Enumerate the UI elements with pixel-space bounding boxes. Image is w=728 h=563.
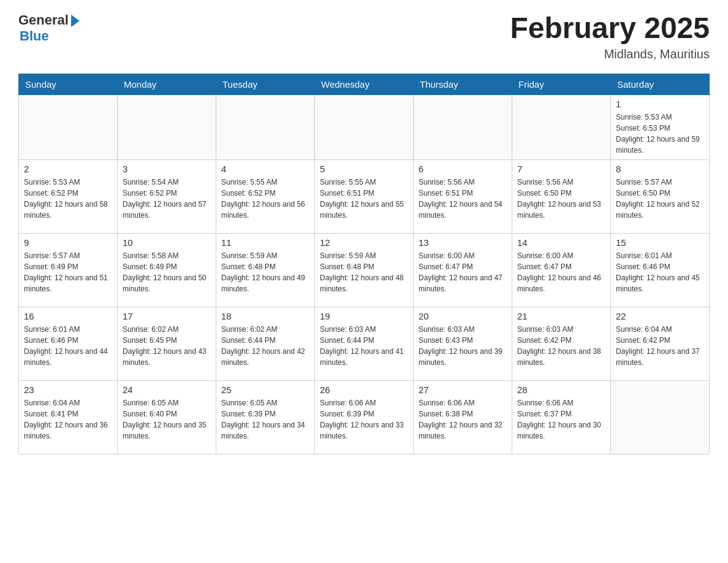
weekday-header-friday: Friday	[512, 74, 611, 94]
day-info: Sunrise: 6:02 AMSunset: 6:44 PMDaylight:…	[221, 324, 309, 368]
weekday-header-row: SundayMondayTuesdayWednesdayThursdayFrid…	[19, 74, 710, 94]
logo: General Blue	[18, 12, 80, 44]
logo-blue-text: Blue	[20, 28, 49, 44]
day-info: Sunrise: 5:56 AMSunset: 6:51 PMDaylight:…	[419, 177, 507, 221]
calendar-day-cell: 13Sunrise: 6:00 AMSunset: 6:47 PMDayligh…	[414, 233, 512, 307]
calendar-body: 1Sunrise: 5:53 AMSunset: 6:53 PMDaylight…	[19, 94, 710, 454]
day-info: Sunrise: 6:06 AMSunset: 6:38 PMDaylight:…	[419, 397, 507, 442]
day-number: 26	[320, 385, 408, 395]
day-number: 5	[320, 164, 408, 174]
calendar-week-row: 23Sunrise: 6:04 AMSunset: 6:41 PMDayligh…	[19, 380, 710, 454]
page-header: General Blue February 2025 Midlands, Mau…	[18, 12, 710, 61]
day-info: Sunrise: 6:00 AMSunset: 6:47 PMDaylight:…	[419, 250, 507, 294]
day-number: 24	[123, 385, 211, 395]
day-number: 11	[221, 237, 309, 248]
title-block: February 2025 Midlands, Mauritius	[510, 12, 710, 61]
calendar-day-cell: 10Sunrise: 5:58 AMSunset: 6:49 PMDayligh…	[118, 233, 216, 307]
day-info: Sunrise: 6:03 AMSunset: 6:44 PMDaylight:…	[320, 324, 408, 368]
day-info: Sunrise: 5:58 AMSunset: 6:49 PMDaylight:…	[123, 250, 211, 294]
calendar-day-cell: 19Sunrise: 6:03 AMSunset: 6:44 PMDayligh…	[315, 307, 414, 380]
day-info: Sunrise: 5:59 AMSunset: 6:48 PMDaylight:…	[320, 250, 408, 294]
day-info: Sunrise: 5:53 AMSunset: 6:52 PMDaylight:…	[24, 177, 112, 221]
day-number: 17	[123, 311, 211, 321]
day-info: Sunrise: 6:06 AMSunset: 6:37 PMDaylight:…	[517, 397, 605, 442]
calendar-day-cell: 26Sunrise: 6:06 AMSunset: 6:39 PMDayligh…	[315, 380, 414, 454]
calendar-day-cell: 14Sunrise: 6:00 AMSunset: 6:47 PMDayligh…	[512, 233, 611, 307]
day-number: 3	[123, 164, 211, 174]
calendar-day-cell: 9Sunrise: 5:57 AMSunset: 6:49 PMDaylight…	[19, 233, 118, 307]
day-number: 23	[24, 385, 112, 395]
calendar-day-cell	[414, 94, 512, 159]
calendar-day-cell: 17Sunrise: 6:02 AMSunset: 6:45 PMDayligh…	[118, 307, 216, 380]
calendar-day-cell: 20Sunrise: 6:03 AMSunset: 6:43 PMDayligh…	[414, 307, 512, 380]
day-info: Sunrise: 6:00 AMSunset: 6:47 PMDaylight:…	[517, 250, 605, 294]
calendar-subtitle: Midlands, Mauritius	[510, 47, 710, 61]
calendar-day-cell: 23Sunrise: 6:04 AMSunset: 6:41 PMDayligh…	[19, 380, 118, 454]
calendar-day-cell: 5Sunrise: 5:55 AMSunset: 6:51 PMDaylight…	[315, 159, 414, 233]
calendar-day-cell: 27Sunrise: 6:06 AMSunset: 6:38 PMDayligh…	[414, 380, 512, 454]
day-info: Sunrise: 6:03 AMSunset: 6:43 PMDaylight:…	[419, 324, 507, 368]
calendar-day-cell: 21Sunrise: 6:03 AMSunset: 6:42 PMDayligh…	[512, 307, 611, 380]
calendar-day-cell: 16Sunrise: 6:01 AMSunset: 6:46 PMDayligh…	[19, 307, 118, 380]
logo-general-text: General	[18, 12, 69, 28]
day-number: 6	[419, 164, 507, 174]
day-number: 14	[517, 237, 605, 248]
day-info: Sunrise: 5:57 AMSunset: 6:50 PMDaylight:…	[616, 177, 704, 221]
day-number: 2	[24, 164, 112, 174]
day-number: 27	[419, 385, 507, 395]
day-info: Sunrise: 5:56 AMSunset: 6:50 PMDaylight:…	[517, 177, 605, 221]
day-number: 28	[517, 385, 605, 395]
day-info: Sunrise: 5:55 AMSunset: 6:52 PMDaylight:…	[221, 177, 309, 221]
day-number: 19	[320, 311, 408, 321]
day-info: Sunrise: 6:02 AMSunset: 6:45 PMDaylight:…	[123, 324, 211, 368]
calendar-day-cell: 15Sunrise: 6:01 AMSunset: 6:46 PMDayligh…	[611, 233, 710, 307]
day-info: Sunrise: 6:04 AMSunset: 6:42 PMDaylight:…	[616, 324, 704, 368]
logo-arrow-icon	[71, 15, 80, 27]
calendar-day-cell	[19, 94, 118, 159]
weekday-header-saturday: Saturday	[611, 74, 710, 94]
day-info: Sunrise: 6:01 AMSunset: 6:46 PMDaylight:…	[616, 250, 704, 294]
calendar-day-cell: 6Sunrise: 5:56 AMSunset: 6:51 PMDaylight…	[414, 159, 512, 233]
day-info: Sunrise: 6:06 AMSunset: 6:39 PMDaylight:…	[320, 397, 408, 442]
day-number: 22	[616, 311, 704, 321]
calendar-title: February 2025	[510, 12, 710, 45]
weekday-header-monday: Monday	[118, 74, 216, 94]
calendar-day-cell: 18Sunrise: 6:02 AMSunset: 6:44 PMDayligh…	[216, 307, 315, 380]
weekday-header-sunday: Sunday	[19, 74, 118, 94]
calendar-day-cell	[216, 94, 315, 159]
day-info: Sunrise: 5:53 AMSunset: 6:53 PMDaylight:…	[616, 112, 704, 156]
day-info: Sunrise: 6:05 AMSunset: 6:39 PMDaylight:…	[221, 397, 309, 442]
calendar-day-cell	[315, 94, 414, 159]
day-info: Sunrise: 6:03 AMSunset: 6:42 PMDaylight:…	[517, 324, 605, 368]
day-info: Sunrise: 6:01 AMSunset: 6:46 PMDaylight:…	[24, 324, 112, 368]
weekday-header-tuesday: Tuesday	[216, 74, 315, 94]
calendar-day-cell: 7Sunrise: 5:56 AMSunset: 6:50 PMDaylight…	[512, 159, 611, 233]
calendar-day-cell	[118, 94, 216, 159]
day-number: 7	[517, 164, 605, 174]
calendar-day-cell: 11Sunrise: 5:59 AMSunset: 6:48 PMDayligh…	[216, 233, 315, 307]
calendar-table: SundayMondayTuesdayWednesdayThursdayFrid…	[18, 74, 710, 454]
day-number: 12	[320, 237, 408, 248]
day-info: Sunrise: 5:55 AMSunset: 6:51 PMDaylight:…	[320, 177, 408, 221]
day-number: 4	[221, 164, 309, 174]
day-number: 16	[24, 311, 112, 321]
day-number: 8	[616, 164, 704, 174]
day-info: Sunrise: 5:57 AMSunset: 6:49 PMDaylight:…	[24, 250, 112, 294]
calendar-day-cell: 8Sunrise: 5:57 AMSunset: 6:50 PMDaylight…	[611, 159, 710, 233]
calendar-week-row: 9Sunrise: 5:57 AMSunset: 6:49 PMDaylight…	[19, 233, 710, 307]
calendar-week-row: 2Sunrise: 5:53 AMSunset: 6:52 PMDaylight…	[19, 159, 710, 233]
weekday-header-thursday: Thursday	[414, 74, 512, 94]
day-info: Sunrise: 5:54 AMSunset: 6:52 PMDaylight:…	[123, 177, 211, 221]
calendar-day-cell	[512, 94, 611, 159]
day-number: 9	[24, 237, 112, 248]
day-number: 21	[517, 311, 605, 321]
day-number: 25	[221, 385, 309, 395]
day-info: Sunrise: 5:59 AMSunset: 6:48 PMDaylight:…	[221, 250, 309, 294]
calendar-day-cell: 24Sunrise: 6:05 AMSunset: 6:40 PMDayligh…	[118, 380, 216, 454]
day-number: 20	[419, 311, 507, 321]
day-info: Sunrise: 6:05 AMSunset: 6:40 PMDaylight:…	[123, 397, 211, 442]
calendar-week-row: 1Sunrise: 5:53 AMSunset: 6:53 PMDaylight…	[19, 94, 710, 159]
calendar-day-cell: 3Sunrise: 5:54 AMSunset: 6:52 PMDaylight…	[118, 159, 216, 233]
calendar-day-cell: 1Sunrise: 5:53 AMSunset: 6:53 PMDaylight…	[611, 94, 710, 159]
day-info: Sunrise: 6:04 AMSunset: 6:41 PMDaylight:…	[24, 397, 112, 442]
